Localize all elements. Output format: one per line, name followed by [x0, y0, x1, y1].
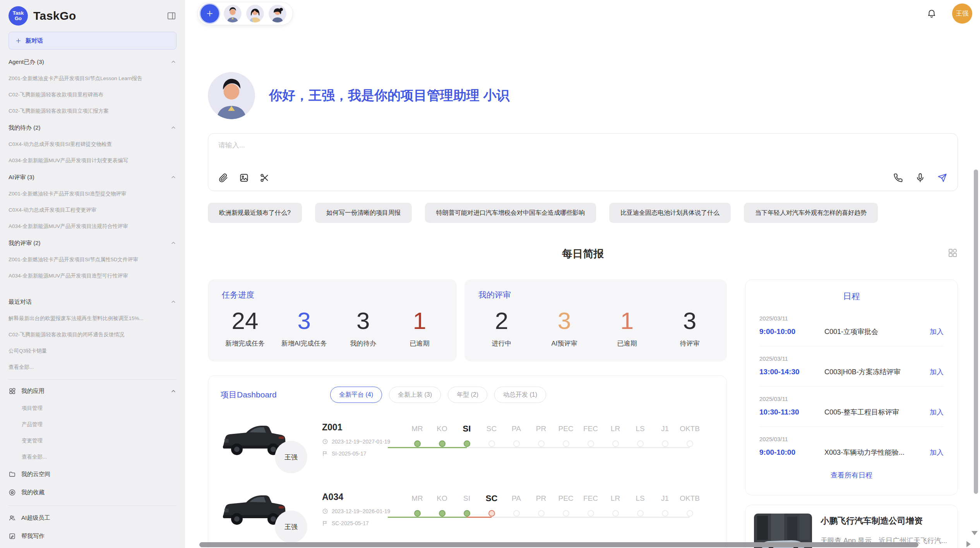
send-icon[interactable] — [937, 173, 947, 183]
milestone-label: LS — [628, 423, 653, 437]
sidebar-section-header[interactable]: 我的待办 (2) — [9, 119, 176, 136]
user-avatar[interactable]: 王强 — [952, 3, 972, 24]
app-sub-item[interactable]: 变更管理 — [9, 433, 176, 449]
milestone-dot — [488, 440, 495, 447]
insert-image-icon[interactable] — [239, 173, 249, 183]
join-meeting-link[interactable]: 加入 — [930, 448, 944, 457]
join-meeting-link[interactable]: 加入 — [930, 367, 944, 377]
sidebar-item[interactable]: Z001-全新燃油轻卡产品开发项目SI造型提交物评审 — [9, 186, 176, 202]
recent-conversation-item[interactable]: 解释最新出台的欧盟报废车法规再生塑料比例被调至15%... — [9, 310, 176, 327]
sidebar-collapse-button[interactable] — [166, 11, 176, 21]
recent-conversation-item[interactable]: 查看全部... — [9, 359, 176, 375]
new-chat-button[interactable]: 新对话 — [9, 32, 176, 50]
schedule-event-title: C003|H0B-方案冻结评审 — [824, 367, 930, 377]
recent-section-header[interactable]: 最近对话 — [9, 293, 176, 310]
milestone: J1 — [653, 493, 677, 526]
vertical-scrollbar-thumb[interactable] — [974, 170, 978, 494]
project-row[interactable]: 王强 A034 2023-12-19~2026-01-19 SC-2025-05… — [221, 488, 714, 530]
voice-call-icon[interactable] — [893, 173, 903, 183]
milestone-dot — [513, 510, 520, 517]
stat-label: 进行中 — [481, 339, 522, 348]
suggestion-chip[interactable]: 欧洲新规最近颁布了什么? — [208, 203, 302, 223]
scroll-right-arrow[interactable] — [966, 541, 971, 547]
main-area: 王强 你好，王强，我是你的项目管理助理 小识 — [185, 0, 980, 548]
schedule-title: 日程 — [759, 291, 944, 302]
milestone: PEC — [553, 423, 578, 456]
sidebar-item[interactable]: Z001-全新燃油皮卡产品开发项目SI节点Lesson Learn报告 — [9, 70, 176, 87]
stat-value: 3 — [281, 303, 327, 338]
sidebar-item[interactable]: A034-全新新能源MUV产品开发项目造型可行性评审 — [9, 268, 176, 284]
sidebar-item-my-apps[interactable]: 我的应用 — [9, 382, 176, 400]
sidebar-item[interactable]: A034-全新新能源MUV产品开发项目计划变更表编写 — [9, 152, 176, 169]
sidebar-item[interactable]: C0X4-动力总成开发项目SI里程碑提交物检查 — [9, 136, 176, 152]
join-meeting-link[interactable]: 加入 — [930, 327, 944, 336]
milestone-label: SI — [454, 423, 479, 437]
sidebar-item-label: 我的收藏 — [21, 489, 45, 496]
stat-label: 待评审 — [670, 339, 710, 348]
chevup-icon — [170, 174, 176, 180]
dashboard-tab[interactable]: 年型 (2) — [448, 387, 487, 403]
suggestion-chip[interactable]: 比亚迪全固态电池计划具体说了什么 — [609, 203, 731, 223]
sidebar-section-header[interactable]: Agent已办 (3) — [9, 53, 176, 70]
sidebar-tool-feather[interactable]: 创意制图 — [9, 545, 176, 548]
sidebar-tool-label: AI超级员工 — [21, 514, 50, 522]
sidebar-item[interactable]: A034-全新新能源MUV产品开发项目法规符合性评审 — [9, 218, 176, 235]
milestone-dot — [687, 510, 693, 517]
sidebar-item-folder[interactable]: 我的云空间 — [9, 465, 176, 483]
milestone: MR — [405, 493, 430, 526]
milestone: FEC — [578, 423, 603, 456]
project-flag-date: SI-2025-05-17 — [332, 450, 367, 457]
milestone-label: KO — [430, 423, 454, 437]
dashboard-tab[interactable]: 动总开发 (1) — [494, 387, 546, 403]
schedule-card: 日程 2025/03/11 9:00-10:00 C001-立项审批会 加入 2… — [745, 279, 958, 495]
milestone-label: LR — [603, 493, 628, 507]
app-sub-item[interactable]: 项目管理 — [9, 400, 176, 416]
agent-avatar-1[interactable] — [224, 5, 242, 22]
milestone: OKTB — [677, 493, 702, 526]
sidebar-item-star[interactable]: 我的收藏 — [9, 483, 176, 502]
app-sub-item[interactable]: 产品管理 — [9, 416, 176, 433]
ai-tools-block: AI超级员工 帮我写作 创意制图 — [9, 505, 176, 548]
sidebar-tool-users[interactable]: AI超级员工 — [9, 509, 176, 527]
milestone-label: LS — [628, 493, 653, 507]
milestone-label: KO — [430, 493, 454, 507]
assistant-avatar — [208, 72, 255, 119]
dashboard-tab[interactable]: 全新上装 (3) — [389, 387, 441, 403]
plus-icon — [15, 38, 22, 44]
join-meeting-link[interactable]: 加入 — [930, 408, 944, 417]
milestone-label: J1 — [653, 423, 677, 437]
dashboard-tab[interactable]: 全新平台 (4) — [330, 387, 382, 403]
layout-grid-icon[interactable] — [947, 248, 958, 258]
news-card[interactable]: 小鹏飞行汽车制造公司增资 天眼查 App 显示，近日广州汇天飞行汽... — [745, 505, 958, 548]
sidebar-section-header[interactable]: AI评审 (3) — [9, 169, 176, 186]
app-logo: Task Go — [9, 6, 28, 26]
grid-icon — [9, 387, 16, 395]
app-sub-item[interactable]: 查看全部... — [9, 449, 176, 465]
sidebar-item[interactable]: C0X4-动力总成开发项目工程变更评审 — [9, 202, 176, 218]
attach-file-icon[interactable] — [218, 173, 229, 183]
stat: 3 新增AI完成任务 — [281, 303, 327, 348]
suggestion-chip[interactable]: 特朗普可能对进口汽车增税会对中国车企造成哪些影响 — [425, 203, 596, 223]
sidebar-item[interactable]: Z001-全新燃油轻卡产品开发项目SI节点属性5D文件评审 — [9, 252, 176, 268]
sidebar-item[interactable]: C02-飞腾新能源轻客改款项目里程碑画布 — [9, 87, 176, 103]
add-agent-button[interactable] — [200, 4, 219, 23]
notifications-bell-icon[interactable] — [927, 9, 937, 19]
recent-conversation-item[interactable]: C02-飞腾新能源轻客改款项目的闭环通告反馈情况 — [9, 327, 176, 343]
suggestion-chip[interactable]: 如何写一份清晰的项目周报 — [315, 203, 412, 223]
project-row[interactable]: 王强 Z001 2023-12-19~2027-01-19 SI-2025-05… — [221, 418, 714, 460]
schedule-item: 2025/03/11 9:00-10:00 X003-车辆动力学性能验... 加… — [759, 427, 944, 467]
view-all-schedule-link[interactable]: 查看所有日程 — [759, 471, 944, 480]
chat-input[interactable] — [218, 141, 729, 149]
recent-conversation-item[interactable]: 公司Q3轻卡销量 — [9, 343, 176, 359]
microphone-icon[interactable] — [915, 173, 925, 183]
sidebar-tool-write[interactable]: 帮我写作 — [9, 527, 176, 545]
agent-avatar-3[interactable] — [269, 5, 286, 22]
scroll-down-arrow[interactable] — [971, 531, 978, 535]
screenshot-icon[interactable] — [259, 173, 270, 183]
agent-avatar-2[interactable] — [246, 5, 264, 22]
suggestion-chip[interactable]: 当下年轻人对汽车外观有怎样的喜好趋势 — [744, 203, 878, 223]
greeting-row: 你好，王强，我是你的项目管理助理 小识 — [208, 72, 958, 119]
horizontal-scrollbar-thumb[interactable] — [199, 542, 918, 547]
sidebar-section-header[interactable]: 我的评审 (2) — [9, 235, 176, 252]
sidebar-item[interactable]: C02-飞腾新能源轻客改款项目立项汇报方案 — [9, 103, 176, 119]
